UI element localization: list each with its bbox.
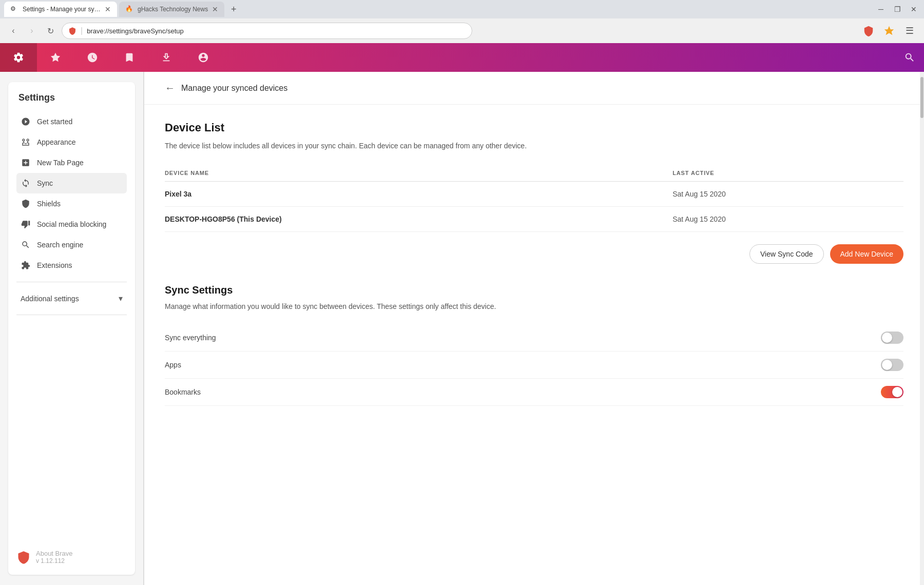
sidebar-item-new-tab[interactable]: New Tab Page [16,152,127,173]
sidebar-item-label-sync: Sync [37,179,53,187]
sync-apps-label: Apps [165,361,181,369]
social-media-icon [21,219,31,229]
content-body: Device List The device list below includ… [144,105,924,422]
sidebar-title: Settings [16,92,127,103]
address-divider: | [81,26,83,35]
tab-title-ghacks: gHacks Technology News [138,6,208,13]
forward-button[interactable]: › [25,24,39,38]
address-bar[interactable]: | brave://settings/braveSync/setup [62,23,472,39]
tab-close-ghacks[interactable]: ✕ [212,5,218,13]
tab-title-settings: Settings - Manage your synced de [23,6,101,13]
extensions-icon [21,260,31,270]
brave-version: v 1.12.112 [36,557,73,564]
sync-settings-description: Manage what information you would like t… [165,301,903,312]
close-window-button[interactable]: ✕ [908,3,920,15]
nav-search[interactable] [895,43,924,72]
device-list-description: The device list below includes all devic… [165,141,903,151]
additional-settings-item[interactable]: Additional settings ▾ [16,288,127,308]
sync-apps-toggle[interactable] [881,359,903,371]
device-actions-row: View Sync Code Add New Device [165,244,903,264]
device-list-title: Device List [165,121,903,134]
device-last-active-pixel: Sat Aug 15 2020 [672,182,903,207]
sidebar-item-label-shields: Shields [37,200,61,208]
sidebar-item-label-extensions: Extensions [37,261,72,269]
content-area: ← Manage your synced devices Device List… [144,72,924,585]
sidebar-item-appearance[interactable]: Appearance [16,132,127,152]
chevron-down-icon: ▾ [119,294,123,303]
scrollbar-thumb[interactable] [920,77,923,118]
sync-everything-label: Sync everything [165,334,216,342]
window-controls: ─ ❐ ✕ [875,3,920,15]
sidebar-item-label-social-media: Social media blocking [37,220,106,228]
nav-rewards[interactable] [37,43,74,72]
sync-item-bookmarks: Bookmarks [165,379,903,406]
sidebar-card: Settings Get started Appearance New Tab … [8,82,135,575]
brave-shield-toolbar-icon[interactable] [860,23,877,39]
sync-settings-title: Sync Settings [165,284,903,296]
maximize-button[interactable]: ❐ [891,3,903,15]
brave-nav-bar [0,43,924,72]
main-layout: Settings Get started Appearance New Tab … [0,72,924,585]
brave-logo-icon [16,550,31,564]
appearance-icon [21,137,31,147]
inactive-tab[interactable]: 🔥 gHacks Technology News ✕ [119,2,224,17]
nav-profile[interactable] [185,43,222,72]
sync-bookmarks-toggle-thumb [892,387,902,397]
tab-close-settings[interactable]: ✕ [105,5,111,13]
nav-downloads[interactable] [148,43,185,72]
sidebar: Settings Get started Appearance New Tab … [0,72,144,585]
minimize-button[interactable]: ─ [875,3,887,15]
column-device-name: DEVICE NAME [165,166,672,182]
device-row-desktop: DESKTOP-HGO8P56 (This Device) Sat Aug 15… [165,207,903,232]
nav-bookmarks[interactable] [111,43,148,72]
sidebar-item-label-get-started: Get started [37,118,72,126]
additional-settings-label: Additional settings [21,295,79,303]
new-tab-icon [21,158,31,168]
device-last-active-desktop: Sat Aug 15 2020 [672,207,903,232]
shields-icon [21,199,31,209]
sync-apps-toggle-thumb [882,360,892,370]
sidebar-item-label-search-engine: Search engine [37,241,83,249]
svg-marker-1 [51,53,60,62]
sidebar-item-label-appearance: Appearance [37,138,76,146]
content-back-button[interactable]: ← [165,82,175,94]
sync-item-everything: Sync everything [165,324,903,352]
sync-bookmarks-label: Bookmarks [165,388,201,396]
sync-everything-toggle-thumb [882,333,892,343]
sidebar-bottom: About Brave v 1.12.112 [16,541,127,564]
scrollbar-track[interactable] [920,72,924,585]
sidebar-item-get-started[interactable]: Get started [16,111,127,132]
add-new-device-button[interactable]: Add New Device [830,244,904,264]
device-name-pixel: Pixel 3a [165,182,672,207]
sidebar-item-label-new-tab: New Tab Page [37,159,84,167]
svg-marker-0 [884,26,894,35]
column-last-active: LAST ACTIVE [672,166,903,182]
sidebar-item-extensions[interactable]: Extensions [16,255,127,276]
url-text: brave://settings/braveSync/setup [87,27,466,35]
brave-rewards-toolbar-icon[interactable] [881,23,897,39]
sync-item-apps: Apps [165,352,903,379]
menu-icon[interactable]: ☰ [901,23,918,39]
refresh-button[interactable]: ↻ [43,24,57,38]
sidebar-item-sync[interactable]: Sync [16,173,127,193]
title-bar: ⚙ Settings - Manage your synced de ✕ 🔥 g… [0,0,924,18]
new-tab-button[interactable]: + [226,2,241,16]
get-started-icon [21,116,31,127]
sidebar-item-social-media[interactable]: Social media blocking [16,214,127,235]
sidebar-item-shields[interactable]: Shields [16,193,127,214]
active-tab[interactable]: ⚙ Settings - Manage your synced de ✕ [4,2,117,17]
sync-icon [21,178,31,188]
back-button[interactable]: ‹ [6,24,21,38]
device-name-desktop: DESKTOP-HGO8P56 (This Device) [165,207,672,232]
view-sync-code-button[interactable]: View Sync Code [749,244,823,264]
brave-name: About Brave [36,550,73,557]
nav-history[interactable] [74,43,111,72]
sync-everything-toggle[interactable] [881,332,903,344]
content-header-title: Manage your synced devices [181,84,287,93]
toolbar-right: ☰ [860,23,918,39]
brave-shield-icon [68,27,76,35]
nav-settings[interactable] [0,43,37,72]
sync-bookmarks-toggle[interactable] [881,386,903,398]
sidebar-item-search-engine[interactable]: Search engine [16,235,127,255]
device-table: DEVICE NAME LAST ACTIVE Pixel 3a Sat Aug… [165,166,903,232]
